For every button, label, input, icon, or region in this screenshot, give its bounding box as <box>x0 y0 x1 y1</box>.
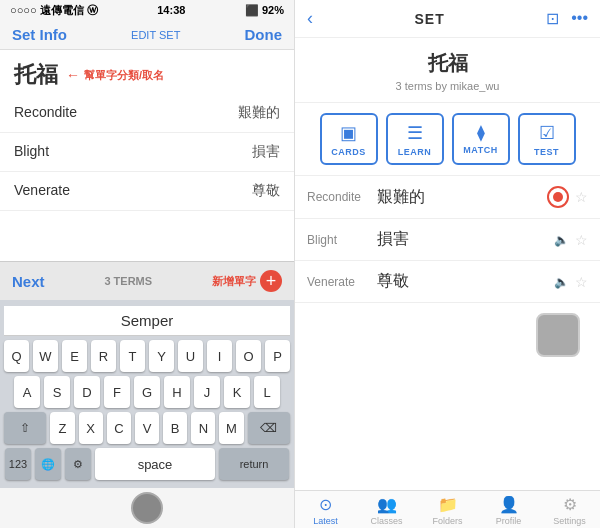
match-icon: ⧫ <box>477 123 485 142</box>
nav-bar-right: ‹ SET ⊡ ••• <box>295 0 600 38</box>
vocab-item[interactable]: Recondite 艱難的 <box>0 94 294 133</box>
set-subtitle: 3 terms by mikae_wu <box>305 80 590 92</box>
tab-profile[interactable]: 👤 Profile <box>478 495 539 526</box>
tab-folders[interactable]: 📁 Folders <box>417 495 478 526</box>
learn-button[interactable]: ☰ LEARN <box>386 113 444 165</box>
match-button[interactable]: ⧫ MATCH <box>452 113 510 165</box>
speaker-icon-venerate[interactable]: 🔈 <box>554 275 569 289</box>
vocab-item[interactable]: Blight 損害 <box>0 133 294 172</box>
key-n[interactable]: N <box>191 412 215 444</box>
time: 14:38 <box>157 4 185 16</box>
home-button[interactable] <box>131 492 163 524</box>
add-word-button[interactable]: + <box>260 270 282 292</box>
add-word-area[interactable]: 新增單字 + <box>212 270 282 292</box>
vocab-list-left: Recondite 艱難的 Blight 損害 Venerate 尊敬 <box>0 94 294 261</box>
match-label: MATCH <box>463 145 497 155</box>
key-l[interactable]: L <box>254 376 280 408</box>
test-button[interactable]: ☑ TEST <box>518 113 576 165</box>
def-right-recondite: 艱難的 <box>377 187 541 208</box>
left-arrow-icon: ← <box>66 67 80 83</box>
tab-latest[interactable]: ⊙ Latest <box>295 495 356 526</box>
set-info-button[interactable]: Set Info <box>12 26 67 43</box>
home-indicator-right[interactable] <box>536 313 580 357</box>
keyboard-display: Semper <box>4 306 290 336</box>
cards-button[interactable]: ▣ CARDS <box>320 113 378 165</box>
action-buttons: ▣ CARDS ☰ LEARN ⧫ MATCH ☑ TEST <box>295 103 600 176</box>
tab-classes[interactable]: 👥 Classes <box>356 495 417 526</box>
key-b[interactable]: B <box>163 412 187 444</box>
key-p[interactable]: P <box>265 340 290 372</box>
key-h[interactable]: H <box>164 376 190 408</box>
battery: ⬛ 92% <box>245 4 284 17</box>
record-button-recondite[interactable] <box>547 186 569 208</box>
word-right-blight: Blight <box>307 233 377 247</box>
key-y[interactable]: Y <box>149 340 174 372</box>
keyboard-area: Semper Q W E R T Y U I O P A S D F G H J… <box>0 300 294 488</box>
key-f[interactable]: F <box>104 376 130 408</box>
next-button[interactable]: Next <box>12 273 45 290</box>
key-m[interactable]: M <box>219 412 243 444</box>
tab-settings[interactable]: ⚙ Settings <box>539 495 600 526</box>
item-icons-recondite: ☆ <box>547 186 588 208</box>
back-button[interactable]: ‹ <box>307 8 313 29</box>
key-g[interactable]: G <box>134 376 160 408</box>
status-bar: ○○○○ 遠傳電信 ⓦ 14:38 ⬛ 92% <box>0 0 294 20</box>
shift-key[interactable]: ⇧ <box>4 412 46 444</box>
globe-key[interactable]: 🌐 <box>35 448 61 480</box>
word-venerate: Venerate <box>14 182 70 200</box>
set-title-right: 托福 <box>305 50 590 77</box>
emoji-key[interactable]: ⚙ <box>65 448 91 480</box>
return-key[interactable]: return <box>219 448 289 480</box>
key-v[interactable]: V <box>135 412 159 444</box>
word-recondite: Recondite <box>14 104 77 122</box>
test-label: TEST <box>534 147 559 157</box>
key-d[interactable]: D <box>74 376 100 408</box>
def-recondite: 艱難的 <box>238 104 280 122</box>
key-z[interactable]: Z <box>50 412 74 444</box>
set-title: 托福 <box>14 60 58 90</box>
key-w[interactable]: W <box>33 340 58 372</box>
def-blight: 損害 <box>252 143 280 161</box>
bookmark-icon[interactable]: ⊡ <box>546 9 559 28</box>
key-s[interactable]: S <box>44 376 70 408</box>
key-i[interactable]: I <box>207 340 232 372</box>
key-q[interactable]: Q <box>4 340 29 372</box>
key-e[interactable]: E <box>62 340 87 372</box>
carrier: ○○○○ 遠傳電信 ⓦ <box>10 3 98 18</box>
key-t[interactable]: T <box>120 340 145 372</box>
key-o[interactable]: O <box>236 340 261 372</box>
key-u[interactable]: U <box>178 340 203 372</box>
vocab-item-right[interactable]: Blight 損害 🔈 ☆ <box>295 219 600 261</box>
vocab-item-right[interactable]: Venerate 尊敬 🔈 ☆ <box>295 261 600 303</box>
bottom-bar-left: Next 3 TERMS 新增單字 + <box>0 261 294 300</box>
speaker-icon-blight[interactable]: 🔈 <box>554 233 569 247</box>
star-icon-blight[interactable]: ☆ <box>575 232 588 248</box>
delete-key[interactable]: ⌫ <box>248 412 290 444</box>
edit-set-button[interactable]: EDIT SET <box>131 29 180 41</box>
profile-icon: 👤 <box>499 495 519 514</box>
key-c[interactable]: C <box>107 412 131 444</box>
key-a[interactable]: A <box>14 376 40 408</box>
def-right-blight: 損害 <box>377 229 548 250</box>
key-j[interactable]: J <box>194 376 220 408</box>
arrow-label: ← 幫單字分類/取名 <box>66 67 164 83</box>
key-k[interactable]: K <box>224 376 250 408</box>
kb-row-1: Q W E R T Y U I O P <box>4 340 290 372</box>
folders-icon: 📁 <box>438 495 458 514</box>
word-blight: Blight <box>14 143 49 161</box>
key-x[interactable]: X <box>79 412 103 444</box>
done-button[interactable]: Done <box>245 26 283 43</box>
right-panel: ‹ SET ⊡ ••• 托福 3 terms by mikae_wu ▣ CAR… <box>295 0 600 528</box>
star-icon-recondite[interactable]: ☆ <box>575 189 588 205</box>
key-r[interactable]: R <box>91 340 116 372</box>
space-key[interactable]: space <box>95 448 215 480</box>
more-icon[interactable]: ••• <box>571 9 588 28</box>
vocab-item[interactable]: Venerate 尊敬 <box>0 172 294 211</box>
def-venerate: 尊敬 <box>252 182 280 200</box>
classes-label: Classes <box>370 516 402 526</box>
star-icon-venerate[interactable]: ☆ <box>575 274 588 290</box>
tab-bar: ⊙ Latest 👥 Classes 📁 Folders 👤 Profile ⚙… <box>295 490 600 528</box>
vocab-list-right: Recondite 艱難的 ☆ Blight 損害 🔈 ☆ Venerate 尊… <box>295 176 600 490</box>
num-key[interactable]: 123 <box>5 448 31 480</box>
vocab-item-right[interactable]: Recondite 艱難的 ☆ <box>295 176 600 219</box>
